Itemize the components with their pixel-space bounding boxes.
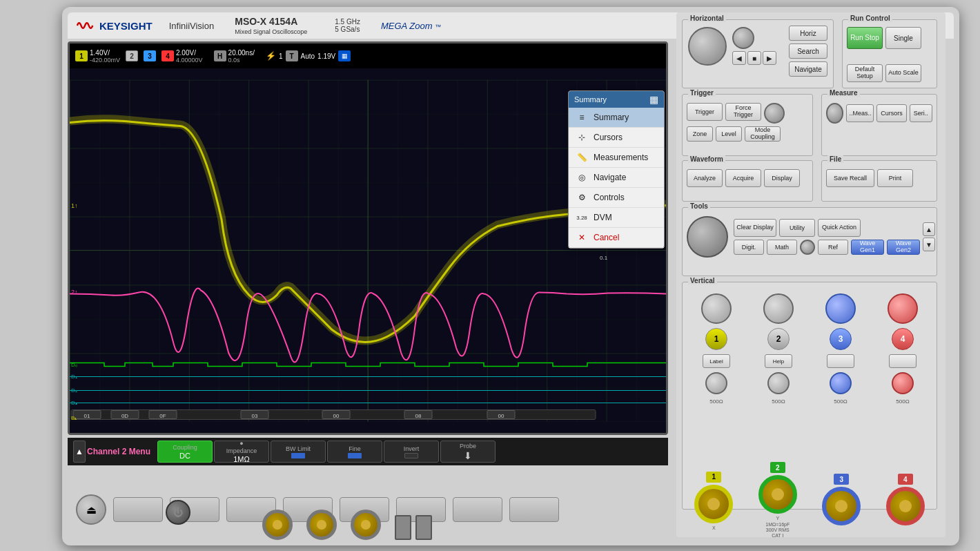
ch3-pos-knob[interactable]	[830, 372, 852, 394]
ch1-scale: 1.40V/	[90, 49, 120, 57]
menu-item-controls[interactable]: ⚙ Controls	[569, 188, 664, 208]
ch3-connector-block: 3	[822, 474, 861, 528]
channel-bnc-connectors: 1 X 2 Y1MΩ=16pF300V RMSCAT I 3 4	[682, 470, 937, 532]
digit-btn[interactable]: Digit.	[734, 240, 764, 255]
tools-top-row: Clear Display Utility Quick Action Digit…	[683, 208, 937, 260]
default-setup-btn[interactable]: Default Setup	[847, 64, 883, 82]
acquire-btn[interactable]: Acquire	[725, 169, 761, 187]
ch2-impedance: 500Ω	[772, 398, 785, 405]
cursors-btn[interactable]: Cursors	[876, 104, 906, 122]
measure-section: Measure ..Meas.. Cursors Seri..	[821, 94, 937, 156]
measurements-icon: 📏	[576, 153, 588, 162]
print-btn[interactable]: Print	[877, 169, 913, 187]
timebase-indicator: H 20.00ns/ 0.0s	[214, 49, 255, 64]
channel-menu-bar: ▲ Channel 2 Menu Coupling DC ● Impedance…	[68, 438, 668, 465]
ch4-volts-knob[interactable]	[888, 293, 918, 324]
usb-port-2[interactable]	[415, 515, 432, 540]
meas-btn[interactable]: ..Meas..	[846, 104, 874, 122]
mode-coupling-btn[interactable]: Mode Coupling	[745, 126, 781, 142]
ch2-label-btn[interactable]: Help	[765, 354, 792, 368]
tools-knob[interactable]	[800, 240, 815, 255]
ch4-channel-btn[interactable]: 4	[892, 328, 914, 350]
ch2-bnc-jack	[758, 475, 797, 514]
wave-gen1-btn[interactable]: Wave Gen1	[851, 240, 884, 255]
auto-scale-btn[interactable]: Auto Scale	[885, 64, 921, 82]
tools-row-1: Clear Display Utility Quick Action	[734, 219, 920, 237]
run-stop-buttons: Run Stop Single	[847, 27, 921, 49]
down-arrow-btn[interactable]: ▼	[923, 238, 935, 251]
single-btn[interactable]: Single	[885, 27, 921, 49]
navigate-btn[interactable]: Navigate	[789, 61, 827, 77]
ch3-channel-btn[interactable]: 3	[830, 328, 852, 350]
invert-btn[interactable]: Invert	[384, 441, 439, 463]
bnc-probe-jack-2	[306, 510, 337, 540]
level-btn[interactable]: Level	[716, 126, 742, 142]
trigger-level-knob[interactable]	[764, 103, 785, 124]
ch4-pos-knob[interactable]	[892, 372, 914, 394]
bw-limit-btn[interactable]: BW Limit	[271, 441, 326, 463]
save-recall-btn[interactable]: Save Recall	[826, 169, 874, 187]
utility-btn[interactable]: Utility	[779, 219, 815, 237]
vertical-ch3: 3 500Ω	[825, 293, 856, 405]
ch3-help-btn[interactable]	[827, 354, 854, 368]
svg-text:D₂: D₂	[71, 387, 77, 394]
context-menu[interactable]: Summary ▦ ≡ Summary ⊹ Cursors 📏 Measurem…	[568, 90, 665, 249]
wave-gen2-btn[interactable]: Wave Gen2	[887, 240, 920, 255]
right-control-panel: Horizontal Horiz Search Navigate ◀ ■ ▶	[676, 12, 945, 537]
menu-item-navigate[interactable]: ◎ Navigate	[569, 168, 664, 188]
svg-text:03: 03	[252, 413, 258, 419]
force-trigger-btn[interactable]: Force Trigger	[725, 103, 761, 121]
power-button[interactable]: ⏻	[166, 500, 190, 525]
horizontal-zoom-knob-dial[interactable]	[732, 27, 754, 49]
probe-btn[interactable]: Probe ⬇	[440, 441, 496, 463]
eject-btn[interactable]: ⏏	[76, 494, 106, 525]
fine-btn[interactable]: Fine	[327, 441, 382, 463]
ch4-label-btn[interactable]	[889, 354, 917, 368]
series-name: InfiniiVision	[169, 21, 215, 31]
run-stop-btn[interactable]: Run Stop	[847, 27, 883, 49]
menu-item-summary[interactable]: ≡ Summary	[569, 108, 664, 128]
seri-btn[interactable]: Seri..	[910, 104, 932, 122]
menu-nav-up[interactable]: ▲	[73, 441, 86, 463]
menu-item-dvm[interactable]: 3.28 DVM	[569, 208, 664, 228]
search-btn[interactable]: Search	[789, 44, 827, 59]
oscilloscope-screen: 1 1.40V/ -420.00mV 2 3 4 2.00V/ 4.00000V	[68, 41, 668, 435]
svg-text:D₀: D₀	[71, 362, 77, 368]
phys-btn-1[interactable]	[113, 497, 163, 522]
math-btn[interactable]: Math	[767, 240, 797, 255]
quick-action-btn[interactable]: Quick Action	[818, 219, 861, 237]
coupling-btn[interactable]: Coupling DC	[157, 441, 213, 463]
zone-btn[interactable]: Zone	[687, 126, 713, 142]
horizontal-main-knob[interactable]	[688, 27, 727, 66]
ch2-pos-knob[interactable]	[767, 372, 790, 394]
clear-display-btn[interactable]: Clear Display	[734, 219, 776, 237]
nav-stop-btn[interactable]: ■	[747, 51, 761, 65]
ch2-channel-btn[interactable]: 2	[767, 328, 790, 350]
ch1-label-btn[interactable]: Label	[703, 354, 730, 368]
nav-left-btn[interactable]: ◀	[732, 51, 746, 65]
horiz-btn[interactable]: Horiz	[789, 26, 827, 41]
menu-item-measurements[interactable]: 📏 Measurements	[569, 148, 664, 168]
ch1-badge: 1	[75, 50, 88, 61]
measure-knob[interactable]	[826, 103, 843, 124]
menu-item-cancel[interactable]: ✕ Cancel	[569, 228, 664, 248]
nav-right-btn[interactable]: ▶	[763, 51, 776, 65]
ref-btn[interactable]: Ref	[818, 240, 848, 255]
trigger-btn[interactable]: Trigger	[687, 103, 723, 121]
trigger-level: 1.19V	[317, 52, 335, 60]
analyze-btn[interactable]: Analyze	[687, 169, 723, 187]
impedance-btn[interactable]: ● Impedance 1MΩ	[214, 441, 269, 463]
horizontal-zoom-knob[interactable]	[732, 27, 754, 49]
ch3-volts-knob[interactable]	[825, 293, 856, 324]
display-btn[interactable]: Display	[764, 169, 800, 187]
file-buttons: Save Recall Print	[822, 161, 937, 195]
ch1-channel-btn[interactable]: 1	[705, 328, 727, 350]
usb-port-1[interactable]	[395, 515, 411, 540]
svg-text:01: 01	[84, 413, 90, 419]
ch1-pos-knob[interactable]	[705, 372, 727, 394]
intensity-outer-knob[interactable]	[687, 216, 728, 258]
ch2-volts-knob[interactable]	[763, 293, 794, 324]
up-arrow-btn[interactable]: ▲	[923, 222, 935, 236]
menu-item-cursors[interactable]: ⊹ Cursors	[569, 128, 664, 148]
ch1-volts-knob[interactable]	[701, 293, 732, 324]
